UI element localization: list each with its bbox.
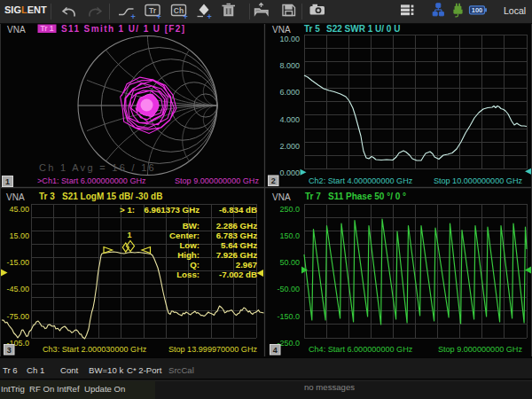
svg-text:150.0: 150.0 bbox=[279, 231, 300, 240]
svg-text:IntTrig: IntTrig bbox=[1, 384, 25, 394]
svg-text:BW=10 k: BW=10 k bbox=[89, 365, 123, 375]
svg-text:-150.0: -150.0 bbox=[277, 312, 300, 321]
svg-text:Ch3: Start 2.000030000 GHz: Ch3: Start 2.000030000 GHz bbox=[43, 345, 147, 354]
svg-text:S22 SWR 1 U/ 0 U: S22 SWR 1 U/ 0 U bbox=[326, 24, 400, 34]
svg-text:VNA: VNA bbox=[6, 192, 25, 202]
svg-text:VNA: VNA bbox=[272, 192, 291, 202]
svg-text:7.926 GHz: 7.926 GHz bbox=[216, 250, 257, 260]
svg-text:Tr 3: Tr 3 bbox=[39, 192, 55, 201]
svg-text:-45.00: -45.00 bbox=[6, 285, 29, 293]
svg-text:8.000: 8.000 bbox=[279, 61, 300, 70]
svg-text:-50.00: -50.00 bbox=[277, 285, 300, 293]
svg-text:Stop 9.000000000 GHz: Stop 9.000000000 GHz bbox=[438, 345, 523, 354]
svg-text:1: 1 bbox=[127, 231, 131, 239]
svg-text:IntRef: IntRef bbox=[57, 384, 80, 394]
svg-text:15.00: 15.00 bbox=[9, 231, 29, 240]
svg-text:45.00: 45.00 bbox=[9, 205, 29, 214]
svg-text:Q:: Q: bbox=[190, 260, 200, 270]
svg-text:Ch2: Start 4.000000000 GHz: Ch2: Start 4.000000000 GHz bbox=[309, 176, 413, 185]
svg-text:4: 4 bbox=[273, 346, 278, 355]
svg-text:Update On: Update On bbox=[84, 384, 125, 394]
svg-text:Loss:: Loss: bbox=[176, 270, 200, 279]
svg-text:Tr 6: Tr 6 bbox=[3, 365, 18, 375]
svg-text:-75.00: -75.00 bbox=[6, 312, 29, 321]
svg-text:>Ch1: Start 6.000000000 GHz: >Ch1: Start 6.000000000 GHz bbox=[37, 176, 146, 185]
svg-text:C* 2-Port: C* 2-Port bbox=[127, 365, 162, 375]
svg-text:Ch 1 Avg = 16 / 16: Ch 1 Avg = 16 / 16 bbox=[39, 162, 156, 173]
svg-text:-6.834 dB: -6.834 dB bbox=[219, 205, 257, 215]
svg-text:-7.002 dB: -7.002 dB bbox=[219, 270, 257, 279]
svg-text:+: + bbox=[157, 12, 161, 21]
svg-text:50.00: 50.00 bbox=[279, 258, 300, 267]
svg-text:0.000: 0.000 bbox=[279, 168, 300, 177]
svg-text:10.00: 10.00 bbox=[279, 35, 300, 43]
svg-text:+: + bbox=[184, 12, 188, 21]
svg-text:SIGLENT: SIGLENT bbox=[4, 4, 47, 15]
svg-text:High:: High: bbox=[177, 250, 200, 260]
svg-text:SrcCal: SrcCal bbox=[168, 365, 194, 375]
svg-text:VNA: VNA bbox=[272, 25, 291, 35]
svg-text:S21 LogM 15 dB/ -30 dB: S21 LogM 15 dB/ -30 dB bbox=[62, 192, 162, 201]
svg-text:no messages: no messages bbox=[304, 382, 355, 392]
svg-text:Center:: Center: bbox=[169, 231, 200, 240]
svg-text:-15.00: -15.00 bbox=[6, 258, 29, 267]
svg-text:Tr 7: Tr 7 bbox=[305, 192, 321, 201]
svg-text:250.0: 250.0 bbox=[279, 205, 300, 214]
svg-text:2.967: 2.967 bbox=[236, 260, 257, 270]
svg-text:6.961373 GHz: 6.961373 GHz bbox=[145, 205, 200, 215]
svg-text:Cont: Cont bbox=[60, 365, 79, 375]
svg-text:Low:: Low: bbox=[179, 240, 200, 250]
svg-text:5.64 GHz: 5.64 GHz bbox=[221, 240, 257, 250]
svg-text:3: 3 bbox=[7, 346, 12, 355]
svg-text:Stop 10.000000000 GHz: Stop 10.000000000 GHz bbox=[434, 176, 523, 185]
svg-text:Ch: Ch bbox=[174, 6, 184, 15]
svg-text:Tr 1: Tr 1 bbox=[40, 24, 53, 33]
svg-text:2: 2 bbox=[271, 176, 276, 185]
svg-text:4.000: 4.000 bbox=[279, 115, 300, 124]
svg-text:Stop 9.000000000 GHz: Stop 9.000000000 GHz bbox=[175, 176, 260, 185]
svg-text:2.286 GHz: 2.286 GHz bbox=[216, 221, 257, 231]
svg-text:100: 100 bbox=[472, 6, 483, 14]
svg-text:BW:: BW: bbox=[183, 221, 200, 231]
svg-text:Stop 13.999970000 GHz: Stop 13.999970000 GHz bbox=[168, 345, 258, 354]
svg-text:2.000: 2.000 bbox=[279, 142, 300, 151]
svg-text:Ch 1: Ch 1 bbox=[27, 365, 44, 375]
svg-text:VNA: VNA bbox=[7, 25, 26, 35]
svg-text:Local: Local bbox=[504, 5, 526, 16]
svg-text:6.000: 6.000 bbox=[279, 88, 300, 97]
svg-text:+: + bbox=[131, 12, 136, 21]
svg-text:6.783 GHz: 6.783 GHz bbox=[216, 231, 257, 240]
svg-text:1: 1 bbox=[5, 177, 10, 186]
svg-text:Tr: Tr bbox=[149, 6, 157, 15]
svg-text:S11 Phase 50 °/ 0 °: S11 Phase 50 °/ 0 ° bbox=[328, 192, 406, 201]
svg-text:RF On: RF On bbox=[29, 384, 54, 394]
svg-text:Tr 5: Tr 5 bbox=[304, 24, 320, 34]
svg-text:S11 Smith 1 U/ 1 U [F2]: S11 Smith 1 U/ 1 U [F2] bbox=[61, 24, 186, 34]
svg-text:> 1:: > 1: bbox=[120, 205, 135, 215]
svg-text:Ch4: Start 6.000000000 GHz: Ch4: Start 6.000000000 GHz bbox=[309, 345, 413, 354]
svg-text:+: + bbox=[207, 12, 212, 21]
